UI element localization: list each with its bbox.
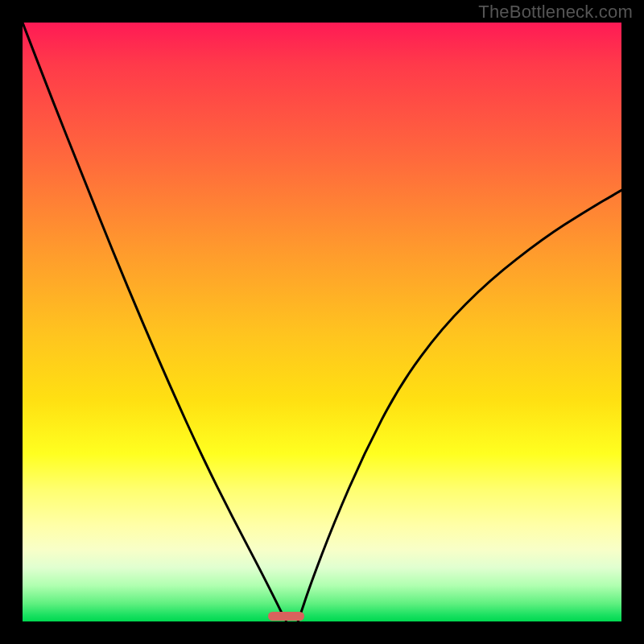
left-curve	[23, 23, 286, 621]
chart-container: TheBottleneck.com	[0, 0, 644, 644]
curve-layer	[23, 23, 621, 621]
baseline-marker	[268, 612, 304, 621]
right-curve	[298, 190, 621, 621]
watermark-text: TheBottleneck.com	[478, 2, 633, 23]
plot-area	[23, 23, 621, 621]
